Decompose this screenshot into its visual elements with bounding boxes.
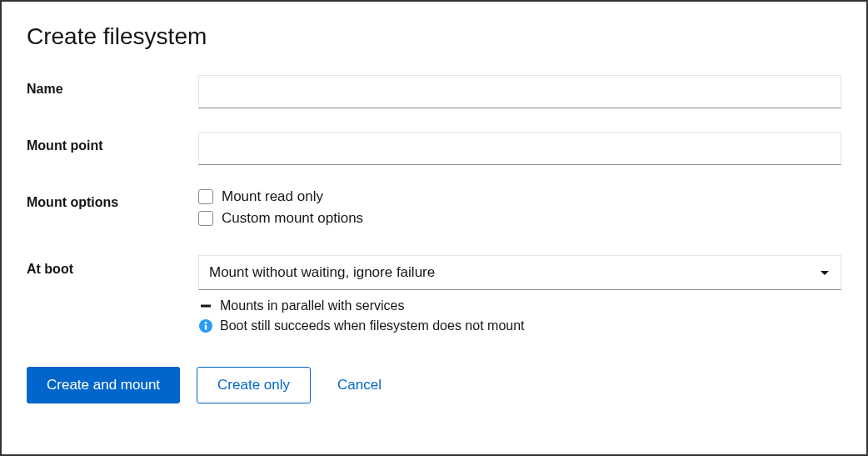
custom-mount-checkbox[interactable] (198, 211, 213, 226)
custom-mount-label: Custom mount options (222, 210, 363, 227)
create-and-mount-button[interactable]: Create and mount (27, 367, 180, 403)
name-label: Name (27, 75, 198, 97)
read-only-option[interactable]: Mount read only (198, 188, 841, 205)
form-row-at-boot: At boot Mount without waiting, ignore fa… (27, 255, 841, 333)
minus-icon (198, 298, 213, 313)
info-icon (198, 318, 213, 333)
at-boot-hint-succeed: Boot still succeeds when filesystem does… (198, 318, 841, 333)
svg-rect-0 (201, 305, 211, 308)
mount-options-label: Mount options (27, 188, 198, 210)
form-row-mount-point: Mount point (27, 132, 841, 165)
mount-point-label: Mount point (27, 132, 198, 153)
at-boot-selected-value: Mount without waiting, ignore failure (209, 264, 435, 281)
svg-rect-3 (205, 325, 207, 330)
form-row-name: Name (27, 75, 841, 108)
at-boot-hint-parallel: Mounts in parallel with services (198, 298, 841, 313)
name-input[interactable] (198, 75, 841, 108)
cancel-button[interactable]: Cancel (327, 367, 392, 403)
custom-mount-option[interactable]: Custom mount options (198, 210, 841, 227)
read-only-checkbox[interactable] (198, 189, 213, 204)
action-bar: Create and mount Create only Cancel (27, 367, 841, 403)
create-filesystem-dialog: Create filesystem Name Mount point Mount… (0, 0, 868, 456)
svg-point-2 (205, 322, 207, 324)
create-only-button[interactable]: Create only (197, 367, 311, 403)
hint-succeed-text: Boot still succeeds when filesystem does… (220, 318, 525, 333)
mount-point-input[interactable] (198, 132, 841, 165)
dialog-title: Create filesystem (27, 23, 841, 50)
at-boot-select[interactable]: Mount without waiting, ignore failure (198, 255, 841, 290)
form-row-mount-options: Mount options Mount read only Custom mou… (27, 188, 841, 232)
at-boot-label: At boot (27, 255, 198, 277)
read-only-label: Mount read only (222, 188, 323, 205)
hint-parallel-text: Mounts in parallel with services (220, 298, 404, 313)
